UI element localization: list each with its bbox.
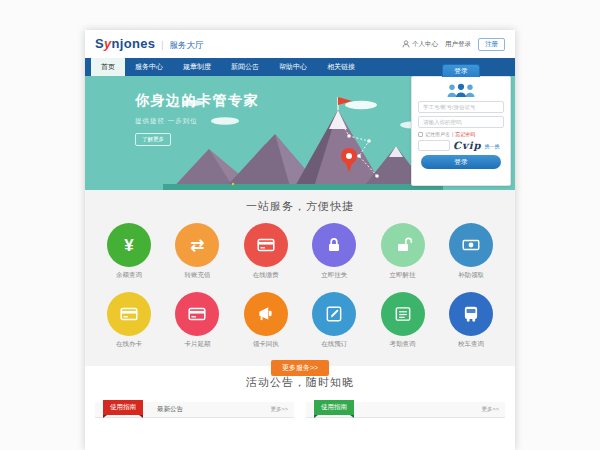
services-section: 一站服务，方便快捷 ¥ 余额查询 ⇄ 转账充值 在线缴费 bbox=[85, 190, 515, 366]
hero-cta-button[interactable]: 了解更多 bbox=[135, 133, 171, 146]
transfer-icon: ⇄ bbox=[190, 237, 204, 254]
guide-panel-right: 使用指南 更多>> bbox=[306, 402, 505, 418]
captcha-refresh-link[interactable]: 换一换 bbox=[485, 143, 500, 149]
service-card-extension[interactable]: 卡片延期 bbox=[171, 292, 223, 349]
login-panel: 登录 记住用户名 | 忘记密码 Cvip 换一换 bbox=[411, 76, 511, 186]
remember-checkbox[interactable] bbox=[418, 132, 423, 137]
card-icon bbox=[256, 235, 276, 255]
nav-item-help-center[interactable]: 帮助中心 bbox=[269, 58, 317, 76]
usage-guide-ribbon-right[interactable]: 使用指南 bbox=[314, 400, 354, 415]
login-options: 记住用户名 | 忘记密码 bbox=[418, 131, 504, 137]
right-more-link[interactable]: 更多>> bbox=[482, 406, 499, 413]
bus-icon bbox=[461, 304, 481, 324]
user-login-label: 用户登录 bbox=[445, 40, 471, 49]
lock-icon bbox=[324, 235, 344, 255]
banknote-icon bbox=[461, 235, 481, 255]
captcha-input[interactable] bbox=[418, 140, 450, 151]
hero-title: 你身边的卡管专家 bbox=[135, 92, 259, 110]
logo-text: Synjones bbox=[95, 36, 155, 51]
header-user-menu: 个人中心 用户登录 注册 bbox=[402, 38, 505, 51]
service-school-bus-inquiry[interactable]: 校车查询 bbox=[445, 292, 497, 349]
card-icon bbox=[119, 304, 139, 324]
left-more-link[interactable]: 更多>> bbox=[271, 406, 288, 413]
service-balance-inquiry[interactable]: ¥ 余额查询 bbox=[103, 223, 155, 280]
tab-latest-announcements[interactable]: 最新公告 bbox=[157, 405, 183, 414]
more-services-button[interactable]: 更多服务>> bbox=[271, 360, 329, 376]
service-report-loss[interactable]: 立即挂失 bbox=[308, 223, 360, 280]
login-tab[interactable]: 登录 bbox=[442, 64, 480, 77]
site-container: Synjones | 服务大厅 个人中心 用户登录 注册 首页 服务中心 规章制… bbox=[85, 30, 515, 450]
personal-center-label: 个人中心 bbox=[412, 40, 438, 49]
nav-item-home[interactable]: 首页 bbox=[91, 58, 125, 76]
captcha-row: Cvip 换一换 bbox=[418, 140, 504, 151]
usage-guide-ribbon-left[interactable]: 使用指南 bbox=[103, 400, 143, 415]
services-row-2: 在线办卡 卡片延期 领卡回执 bbox=[85, 292, 515, 349]
logo: Synjones | 服务大厅 bbox=[95, 36, 204, 52]
person-icon bbox=[402, 40, 410, 48]
username-input[interactable] bbox=[418, 101, 504, 113]
user-login-link[interactable]: 用户登录 bbox=[445, 40, 471, 49]
service-transfer-recharge[interactable]: ⇄ 转账充值 bbox=[171, 223, 223, 280]
nav-item-links[interactable]: 相关链接 bbox=[317, 58, 365, 76]
services-row-1: ¥ 余额查询 ⇄ 转账充值 在线缴费 立即挂失 bbox=[85, 223, 515, 280]
service-online-card-apply[interactable]: 在线办卡 bbox=[103, 292, 155, 349]
header: Synjones | 服务大厅 个人中心 用户登录 注册 bbox=[85, 30, 515, 58]
options-divider: | bbox=[452, 131, 453, 137]
edit-icon bbox=[324, 304, 344, 324]
service-online-payment[interactable]: 在线缴费 bbox=[240, 223, 292, 280]
personal-center-link[interactable]: 个人中心 bbox=[402, 40, 438, 49]
remember-label: 记住用户名 bbox=[425, 131, 450, 137]
guide-panel-left: 使用指南 最新公告 更多>> bbox=[95, 402, 294, 418]
list-icon bbox=[393, 304, 413, 324]
services-heading: 一站服务，方便快捷 bbox=[85, 190, 515, 214]
service-cancel-loss[interactable]: 立即解挂 bbox=[377, 223, 429, 280]
password-input[interactable] bbox=[418, 116, 504, 128]
forgot-password-link[interactable]: 忘记密码 bbox=[455, 131, 475, 137]
nav-item-rules[interactable]: 规章制度 bbox=[173, 58, 221, 76]
service-subsidy-collect[interactable]: 补助领取 bbox=[445, 223, 497, 280]
unlock-icon bbox=[393, 235, 413, 255]
service-online-booking[interactable]: 在线预订 bbox=[308, 292, 360, 349]
hero-subtitle: 提供捷径 一步到位 bbox=[135, 117, 259, 126]
yen-icon: ¥ bbox=[124, 237, 133, 254]
nav-item-news[interactable]: 新闻公告 bbox=[221, 58, 269, 76]
logo-divider: | bbox=[161, 40, 163, 50]
captcha-image: Cvip bbox=[453, 140, 482, 151]
announcements-section: 活动公告，随时知晓 使用指南 最新公告 更多>> 使用指南 更多>> bbox=[85, 366, 515, 428]
logo-tagline: 服务大厅 bbox=[170, 40, 204, 52]
card-icon bbox=[187, 304, 207, 324]
announcement-panels: 使用指南 最新公告 更多>> 使用指南 更多>> bbox=[85, 402, 515, 418]
login-submit-button[interactable]: 登录 bbox=[421, 155, 501, 169]
register-button[interactable]: 注册 bbox=[478, 38, 505, 51]
users-icon bbox=[445, 83, 477, 98]
login-form: 记住用户名 | 忘记密码 Cvip 换一换 登录 bbox=[412, 77, 510, 169]
page-canvas: Synjones | 服务大厅 个人中心 用户登录 注册 首页 服务中心 规章制… bbox=[0, 0, 600, 450]
logo-accent-y: y bbox=[104, 36, 112, 51]
service-card-receipt[interactable]: 领卡回执 bbox=[240, 292, 292, 349]
hero-copy: 你身边的卡管专家 提供捷径 一步到位 了解更多 bbox=[135, 92, 259, 146]
nav-item-service-center[interactable]: 服务中心 bbox=[125, 58, 173, 76]
megaphone-icon bbox=[256, 304, 276, 324]
service-attendance-inquiry[interactable]: 考勤查询 bbox=[377, 292, 429, 349]
